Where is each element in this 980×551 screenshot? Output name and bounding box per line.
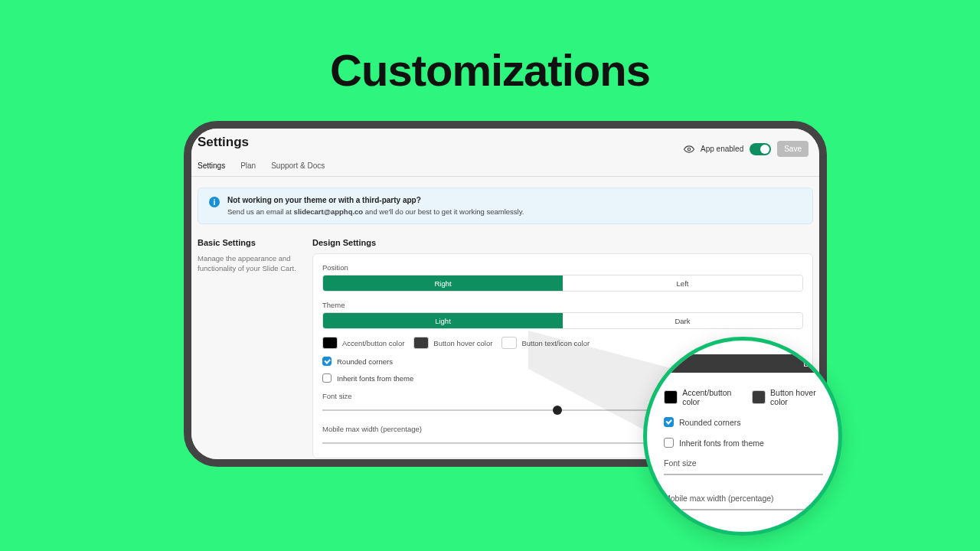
hover-color-picker[interactable]: Button hover color	[413, 337, 492, 349]
zoom-callout: Light Accent/button color Button hover c…	[643, 337, 842, 536]
zoom-accent-color-swatch	[664, 390, 678, 404]
zoom-rounded-corners-label: Rounded corners	[679, 418, 741, 427]
tab-settings[interactable]: Settings	[198, 161, 225, 176]
zoom-hover-color-picker[interactable]: Button hover color	[752, 388, 823, 406]
theme-label: Theme	[322, 301, 803, 309]
zoom-font-size-slider[interactable]	[664, 474, 823, 475]
text-color-picker[interactable]: Button text/icon color	[501, 337, 590, 349]
accent-color-picker[interactable]: Accent/button color	[322, 337, 404, 349]
zoom-mobile-width-slider[interactable]	[664, 509, 823, 510]
zoom-inherit-fonts-checkbox[interactable]	[664, 438, 674, 448]
theme-light-option[interactable]: Light	[323, 313, 563, 328]
inherit-fonts-checkbox[interactable]	[322, 373, 332, 383]
svg-point-0	[688, 148, 691, 151]
tab-support[interactable]: Support & Docs	[271, 161, 325, 176]
accent-color-swatch	[322, 337, 338, 349]
zoom-mobile-width-label: Mobile max width (percentage)	[664, 494, 823, 503]
position-segment: Right Left	[322, 275, 803, 292]
position-right-option[interactable]: Right	[323, 276, 563, 291]
hero-title: Customizations	[0, 44, 980, 96]
font-size-slider-thumb[interactable]	[553, 406, 562, 415]
design-settings-title: Design Settings	[312, 238, 813, 247]
app-enabled-toggle[interactable]	[750, 143, 771, 155]
theme-dark-option[interactable]: Dark	[563, 313, 802, 328]
app-header: Settings App enabled Save	[191, 129, 819, 157]
zoom-font-size-label: Font size	[664, 458, 823, 468]
rounded-corners-checkbox[interactable]	[322, 357, 332, 366]
zoom-rounded-corners-checkbox[interactable]	[664, 417, 674, 427]
page-title: Settings	[198, 135, 249, 150]
text-color-swatch	[501, 337, 517, 349]
support-email[interactable]: slidecart@apphq.co	[294, 207, 364, 216]
basic-settings-desc: Manage the appearance and functionality …	[198, 253, 302, 274]
basic-settings-title: Basic Settings	[198, 238, 302, 247]
tab-plan[interactable]: Plan	[240, 161, 256, 176]
app-enabled-label: App enabled	[701, 145, 743, 153]
tabs: Settings Plan Support & Docs	[191, 157, 819, 177]
info-banner-body: Send us an email at slidecart@apphq.co a…	[227, 207, 524, 216]
info-banner-title: Not working on your theme or with a thir…	[227, 196, 524, 204]
theme-segment: Light Dark	[322, 312, 803, 329]
hover-color-swatch	[413, 337, 429, 349]
rounded-corners-label: Rounded corners	[337, 357, 393, 366]
visibility-icon[interactable]	[684, 144, 694, 155]
position-label: Position	[322, 263, 803, 272]
info-banner: i Not working on your theme or with a th…	[198, 187, 813, 224]
zoom-accent-color-picker[interactable]: Accent/button color	[664, 388, 738, 406]
zoom-inherit-fonts-label: Inherit fonts from theme	[679, 439, 764, 448]
position-left-option[interactable]: Left	[563, 276, 802, 291]
info-icon: i	[209, 197, 220, 207]
save-button[interactable]: Save	[777, 141, 808, 157]
zoom-hover-color-swatch	[752, 390, 766, 404]
inherit-fonts-label: Inherit fonts from theme	[337, 374, 413, 383]
